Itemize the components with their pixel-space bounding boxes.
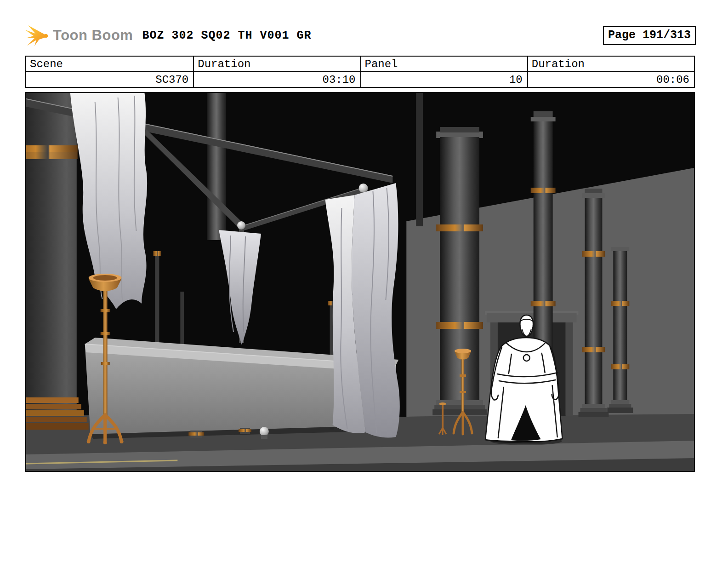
scene-value: SC370: [26, 72, 193, 87]
info-cell-panel: Panel 10: [360, 57, 527, 87]
scene-duration-value: 03:10: [194, 72, 360, 87]
scene-duration-label: Duration: [194, 57, 360, 72]
storyboard-panel: [25, 92, 695, 472]
panel-label: Panel: [361, 57, 527, 72]
page-indicator: Page 191/313: [603, 26, 696, 45]
info-cell-scene: Scene SC370: [26, 57, 193, 87]
toonboom-burst-icon: [25, 24, 49, 46]
storyboard-image: [26, 93, 694, 471]
scene-label: Scene: [26, 57, 193, 72]
info-table: Scene SC370 Duration 03:10 Panel 10 Dura…: [25, 56, 695, 88]
header: Toon Boom BOZ 302 SQ02 TH V001 GR Page 1…: [25, 24, 696, 47]
info-cell-panel-duration: Duration 00:06: [527, 57, 694, 87]
document-title: BOZ 302 SQ02 TH V001 GR: [142, 29, 311, 42]
storyboard-page: Toon Boom BOZ 302 SQ02 TH V001 GR Page 1…: [0, 0, 728, 563]
brand-text: Toon Boom: [53, 27, 133, 44]
panel-value: 10: [361, 72, 527, 87]
info-cell-scene-duration: Duration 03:10: [193, 57, 360, 87]
panel-duration-value: 00:06: [528, 72, 694, 87]
toonboom-logo: Toon Boom: [25, 24, 133, 46]
panel-duration-label: Duration: [528, 57, 694, 72]
